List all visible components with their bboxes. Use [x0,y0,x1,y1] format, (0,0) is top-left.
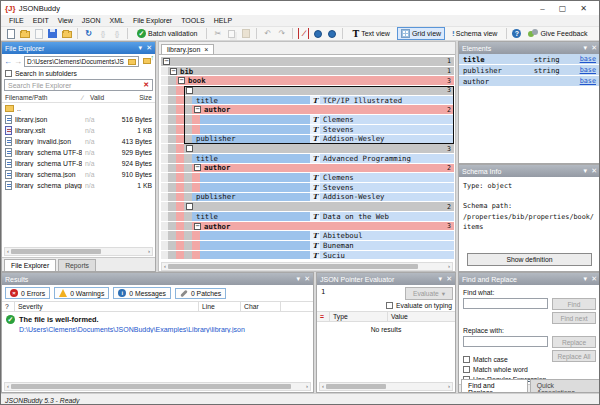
tab-quick-associations[interactable]: Quick Associations [530,379,600,393]
pointer-hscrollbar[interactable]: ‹ › [319,382,453,391]
grid-hscrollbar[interactable]: ‹ › [161,262,453,271]
give-feedback-button[interactable]: Give Feedback [524,27,591,40]
grid-row[interactable]: −1 [161,57,454,67]
file-list-hscrollbar[interactable]: ‹ › [4,247,153,256]
validate-icon[interactable]: ∕ [298,28,309,39]
property-name-cell[interactable] [200,125,310,134]
grid-row[interactable]: −author2 [161,164,454,174]
property-value-cell[interactable]: Addison-Wesley [320,193,454,202]
panel-collapse-icon[interactable]: ▾ [584,44,588,52]
property-value-cell[interactable]: Addison-Wesley [320,135,454,144]
message-filter-button[interactable]: i0 Messages [113,287,171,299]
evaluate-on-typing-checkbox[interactable] [386,302,393,309]
property-name-cell[interactable] [200,231,310,240]
property-value-cell[interactable]: Stevens [320,183,454,192]
property-value-cell[interactable]: Abiteboul [320,231,454,240]
show-definition-button[interactable]: Show definition [467,253,592,266]
grid-row[interactable]: −author3 [161,222,454,232]
path-input[interactable]: D:\Users\Clemens\Documents\JS [24,56,139,67]
panel-close-icon[interactable]: ✕ [591,275,597,283]
property-name-cell[interactable] [200,115,310,124]
panel-collapse-icon[interactable]: ▾ [584,275,588,283]
menu-item-file-explorer[interactable]: File Explorer [133,17,172,24]
element-base-link[interactable]: base [580,55,596,63]
find-button[interactable]: Find [552,298,596,310]
property-name-cell[interactable]: publisher [192,193,310,202]
grid-row[interactable]: −book3 [161,76,454,86]
element-base-link[interactable]: base [580,66,596,74]
property-value-cell[interactable]: Clemens [320,173,454,182]
expander-icon[interactable] [186,203,193,210]
file-row[interactable]: library_schema.jsonn/a910 Bytes [2,169,155,180]
replace-input[interactable] [463,336,548,347]
pointer-column-header[interactable]: =TypeValue [317,311,455,322]
property-name-cell[interactable]: title [192,96,310,105]
expander-icon[interactable]: − [178,77,185,84]
open-file-icon[interactable] [19,28,30,39]
grid-row[interactable]: 3 [161,86,454,96]
grid-row[interactable]: titleTTCP/IP Illustrated [161,96,454,106]
results-hscrollbar[interactable]: ‹ › [4,382,311,391]
pointer-expression-input[interactable]: 1 [319,287,402,300]
panel-close-icon[interactable]: ✕ [146,44,152,52]
property-value-cell[interactable]: Data on the Web [320,212,454,221]
compact-json-icon[interactable]: {} [111,28,122,39]
element-row[interactable]: publisherstringbase [459,65,600,76]
grid-row[interactable]: TStevens [161,125,454,135]
result-file-link[interactable]: D:\Users\Clemens\Documents\JSONBuddy\Exa… [2,325,313,333]
property-value-cell[interactable]: Clemens [320,115,454,124]
grid-row[interactable]: TSuciu [161,251,454,261]
tab-find-and-replace[interactable]: Find and Replace [461,379,528,393]
folder-up-icon[interactable]: ↑ [141,57,153,66]
menu-item-tools[interactable]: TOOLS [181,17,205,24]
paste-icon[interactable] [240,28,251,39]
grid-row[interactable]: titleTAdvanced Programming [161,154,454,164]
grid-row[interactable]: 2 [161,202,454,212]
grid-row[interactable]: titleTData on the Web [161,212,454,222]
property-name-cell[interactable]: title [192,212,310,221]
file-row[interactable]: library_schema UTF-8 NO BO...n/a924 Byte… [2,158,155,169]
find-input[interactable] [463,298,548,309]
property-name-cell[interactable] [200,183,310,192]
file-row[interactable]: library.xsltn/a1 KB [2,125,155,136]
panel-collapse-icon[interactable]: ▾ [139,44,143,52]
file-row[interactable]: .. [2,103,155,114]
format-json-icon[interactable]: {} [97,28,108,39]
element-base-link[interactable]: base [580,77,596,85]
close-button[interactable]: ✕ [580,4,587,13]
file-row[interactable]: library.jsonn/a516 Bytes [2,114,155,125]
tab-file-explorer[interactable]: File Explorer [4,259,56,271]
property-value-cell[interactable]: Stevens [320,125,454,134]
match-whole-word-checkbox[interactable] [463,366,470,373]
file-row[interactable]: library_schema UTF-8 BOM.jsonn/a929 Byte… [2,147,155,158]
expander-icon[interactable]: − [163,58,170,65]
browse-folder-icon[interactable] [128,59,136,65]
new-file-icon[interactable] [5,28,16,39]
patch-filter-button[interactable]: 0 Patches [175,288,226,299]
grid-row[interactable]: −author2 [161,105,454,115]
wellformed-check-icon[interactable] [312,28,323,39]
property-name-cell[interactable]: publisher [192,135,310,144]
document-tab[interactable]: library.json × [161,44,214,54]
property-value-cell[interactable]: Advanced Programming [320,154,454,163]
forward-icon[interactable]: → [14,57,22,66]
warning-filter-button[interactable]: 0 Warnings [54,287,109,299]
grid-view-button[interactable]: Grid view [397,27,445,40]
panel-collapse-icon[interactable]: ▾ [439,275,443,283]
expander-icon[interactable]: − [194,106,201,113]
refresh-icon[interactable]: ↻ [83,28,94,39]
file-search-input[interactable]: Search File Explorer ✕ [4,79,153,91]
property-name-cell[interactable] [200,173,310,182]
menu-item-json[interactable]: JSON [82,17,101,24]
grid-row[interactable]: TStevens [161,183,454,193]
search-subfolders-checkbox[interactable] [5,70,12,77]
help-icon[interactable]: ? [512,29,521,38]
replace-button[interactable]: Replace [552,336,596,348]
grid-row[interactable]: TBuneman [161,241,454,251]
element-row[interactable]: authorbase [459,76,600,87]
property-name-cell[interactable]: title [192,154,310,163]
element-row[interactable]: titlestringbase [459,54,600,65]
grid-row[interactable]: TClemens [161,115,454,125]
menu-item-file[interactable]: FILE [9,17,24,24]
file-list-header[interactable]: Filename/Path ∕ Valid Size [2,92,155,103]
